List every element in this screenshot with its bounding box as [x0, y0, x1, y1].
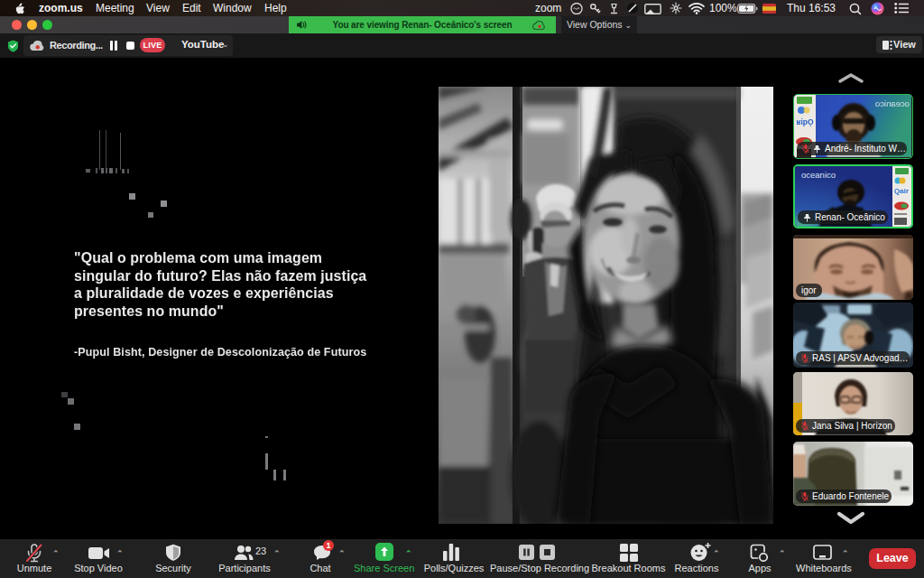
- svg-text:ʁipỌ: ʁipỌ: [796, 117, 814, 126]
- svg-text:Qair: Qair: [894, 187, 909, 195]
- svg-text:oceanico: oceanico: [875, 98, 910, 108]
- svg-text:oceanico: oceanico: [801, 170, 836, 180]
